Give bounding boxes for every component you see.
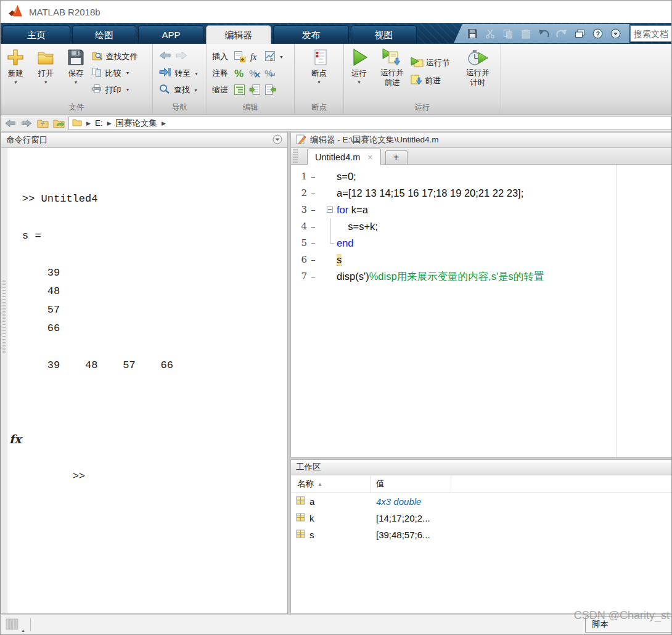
ribbon-tab-主页[interactable]: 主页 [2, 25, 70, 44]
line-number: 6 [291, 252, 307, 268]
insert-cell-icon[interactable]: fi [264, 51, 277, 63]
find-label: 查找 [174, 84, 190, 96]
quick-access: ? [454, 24, 629, 43]
line-exec-dash: – [307, 185, 319, 202]
editor-tab-bar: Untitled4.m × + [291, 148, 672, 165]
open-button[interactable]: 打开 ▼ [31, 44, 61, 101]
command-line: 48 [22, 282, 287, 301]
run-advance-button[interactable]: 运行并前进 [374, 44, 410, 101]
command-line [22, 338, 287, 356]
browse-folder-icon[interactable] [52, 118, 65, 129]
insert-function-icon[interactable]: fx [248, 51, 261, 63]
code-line: 2–a=[12 13 14;15 16 17;18 19 20;21 22 23… [291, 185, 672, 202]
fold-column [319, 202, 337, 218]
run-button[interactable]: 运行 ▼ [344, 44, 374, 101]
workspace-row[interactable]: a4x3 double [291, 493, 672, 510]
breadcrumb-separator-icon: ▶ [86, 120, 91, 126]
workspace-row[interactable]: k[14;17;20;2... [291, 510, 672, 526]
indent-left-icon[interactable] [264, 84, 277, 96]
run-dropdown-icon[interactable]: ▼ [357, 80, 361, 84]
back-icon[interactable] [159, 51, 171, 62]
new-dropdown-icon[interactable]: ▼ [14, 80, 18, 84]
tab-bar-grip[interactable] [293, 149, 298, 163]
code-token: s=s+k; [337, 221, 378, 232]
ribbon-tab-发布[interactable]: 发布 [273, 25, 349, 44]
save-dropdown-icon[interactable]: ▼ [74, 80, 78, 84]
insert-section-icon[interactable] [233, 51, 246, 63]
doc-search-box[interactable] [630, 25, 672, 42]
minimized-panel-strip[interactable] [1, 148, 7, 613]
stack-windows-icon[interactable] [573, 28, 586, 40]
insert-dropdown-icon[interactable]: ▼ [279, 55, 284, 59]
advance-button[interactable]: 前进 [410, 72, 459, 89]
ribbon-tab-视图[interactable]: 视图 [351, 25, 417, 44]
tab-close-icon[interactable]: × [367, 152, 372, 162]
uncomment-icon[interactable]: % [248, 67, 261, 80]
new-tab-button[interactable]: + [385, 150, 408, 164]
breadcrumb[interactable]: ▶E:▶国赛论文集▶ [68, 117, 671, 130]
fold-line [330, 218, 330, 235]
smart-indent-icon[interactable] [233, 84, 246, 96]
run-time-button[interactable]: 运行并计时 [459, 44, 496, 101]
section-label-file: 文件 [1, 101, 153, 114]
comment-icon[interactable]: % [233, 67, 246, 80]
file-small-buttons: 查找文件 比较 ▼ 打印 ▼ [91, 44, 152, 101]
more-icon[interactable] [609, 28, 621, 40]
section-label-edit: 编辑 [207, 101, 295, 114]
breadcrumb-segment[interactable]: E: [95, 118, 103, 128]
ribbon-tab-绘图[interactable]: 绘图 [72, 25, 136, 44]
new-button[interactable]: 新建 ▼ [1, 44, 31, 101]
find-button[interactable]: 查找 ▼ [159, 81, 199, 98]
up-folder-icon[interactable] [36, 118, 49, 129]
breakpoints-button[interactable]: 断点 ▼ [301, 44, 338, 101]
undo-icon[interactable] [538, 28, 550, 40]
panel-menu-icon[interactable] [272, 134, 282, 146]
editor-code-area[interactable]: 1–s=0;2–a=[12 13 14;15 16 17;18 19 20;21… [291, 165, 672, 457]
fold-collapse-icon[interactable] [327, 207, 333, 213]
breakpoints-label: 断点 [311, 68, 327, 79]
run-section-button[interactable]: 运行节 [410, 54, 459, 72]
breadcrumb-separator-icon: ▶ [162, 120, 166, 126]
code-token: k=a [348, 204, 368, 215]
search-input[interactable] [631, 26, 672, 41]
command-window-content[interactable]: >> Untitled4 s = 39 48 57 66 39 48 57 66… [7, 148, 287, 613]
comment-label: 注释 [212, 68, 231, 79]
compare-dropdown-icon[interactable]: ▼ [125, 71, 129, 75]
ribbon-tab-bar: 主页绘图APP编辑器发布视图 ? [1, 23, 672, 44]
command-prompt[interactable]: >> [73, 470, 85, 482]
nav-forward-icon [20, 118, 33, 129]
command-window-title: 命令行窗口 [6, 134, 269, 145]
save-icon[interactable] [466, 28, 478, 40]
find-files-button[interactable]: 查找文件 [91, 48, 152, 65]
print-button[interactable]: 打印 ▼ [91, 81, 152, 98]
open-dropdown-icon[interactable]: ▼ [44, 80, 48, 84]
comment-wrap-icon[interactable]: % [264, 67, 277, 80]
indent-right-icon[interactable] [248, 84, 261, 96]
ribbon-tab-APP[interactable]: APP [138, 25, 204, 44]
fx-icon[interactable]: fx [9, 431, 22, 447]
breadcrumb-segment[interactable]: 国赛论文集 [116, 118, 158, 129]
variable-value: [39;48;57;6... [371, 530, 430, 540]
tab-untitled4[interactable]: Untitled4.m × [307, 149, 381, 165]
print-dropdown-icon[interactable]: ▼ [125, 88, 129, 92]
folder-icon [72, 118, 82, 128]
find-dropdown-icon[interactable]: ▼ [194, 88, 198, 92]
indent-label: 缩进 [212, 84, 231, 96]
workspace-row[interactable]: s[39;48;57;6... [291, 526, 672, 543]
goto-button[interactable]: 转至 ▼ [159, 65, 199, 81]
ribbon-tab-编辑器[interactable]: 编辑器 [206, 25, 271, 44]
column-header-name[interactable]: 名称 ▲ [291, 475, 371, 493]
breakpoints-dropdown-icon[interactable]: ▼ [317, 80, 321, 84]
editor-code: 1–s=0;2–a=[12 13 14;15 16 17;18 19 20;21… [291, 168, 672, 285]
print-label: 打印 [105, 84, 121, 96]
save-button[interactable]: 保存 ▼ [61, 44, 91, 101]
column-header-value[interactable]: 值 [371, 475, 451, 493]
status-detail-toggle[interactable]: ▲ [6, 618, 25, 633]
compare-button[interactable]: 比较 ▼ [91, 65, 152, 81]
line-exec-dash: – [307, 252, 319, 268]
variable-name: k [309, 513, 314, 523]
help-icon[interactable]: ? [591, 28, 604, 40]
code-token: s=0; [337, 171, 356, 182]
goto-dropdown-icon[interactable]: ▼ [194, 72, 199, 76]
fold-line-end [330, 235, 334, 244]
